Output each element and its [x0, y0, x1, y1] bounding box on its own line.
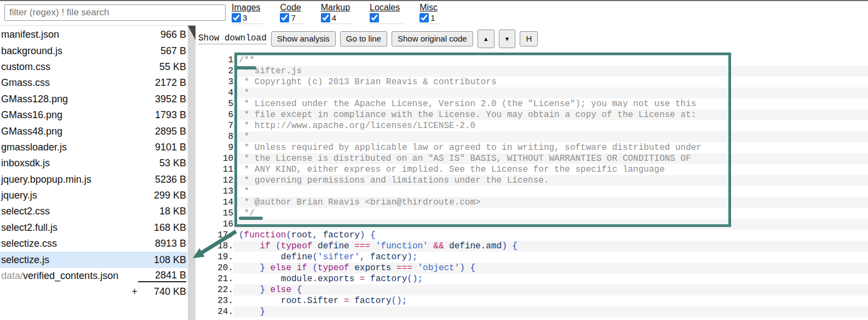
- line-content: root.Sifter = factory();: [233, 295, 868, 306]
- code-line: 12 * governing permissions and limitatio…: [196, 175, 868, 186]
- line-number: 21.: [196, 274, 233, 284]
- file-size: 966 B: [160, 29, 186, 40]
- code-line: 4 *: [196, 88, 868, 98]
- file-row[interactable]: gmassloader.js9101 B: [0, 139, 187, 155]
- scroll-up-button[interactable]: ▲: [478, 30, 495, 48]
- show-download-link[interactable]: Show download: [198, 33, 267, 44]
- source-toolbar: Show download Show analysisGo to lineSho…: [198, 30, 538, 48]
- sidebar-scrollbar[interactable]: [188, 26, 196, 320]
- line-content: * Unless required by applicable law or a…: [233, 142, 868, 153]
- line-number: 8: [196, 131, 233, 142]
- line-content: *: [233, 131, 868, 142]
- line-number: 9: [196, 142, 233, 153]
- line-content: * the License is distributed on an "AS I…: [233, 153, 868, 164]
- code-line: 15 */: [196, 208, 868, 219]
- file-row[interactable]: data/verified_contents.json2841 B: [0, 268, 187, 284]
- code-line: 19. define('sifter', factory);: [196, 252, 868, 263]
- type-filter-code: Code7: [280, 3, 304, 24]
- file-row[interactable]: selectize.js108 KB: [0, 252, 187, 267]
- code-line: 7 * http://www.apache.org/licenses/LICEN…: [196, 120, 868, 131]
- code-line: 22. } else {: [196, 284, 868, 295]
- file-name: gmassloader.js: [1, 142, 67, 153]
- type-filter-label[interactable]: Markup: [321, 3, 350, 13]
- file-sidebar: manifest.json966 Bbackground.js567 Bcust…: [0, 25, 196, 320]
- line-content: * Copyright (c) 2013 Brian Reavis & cont…: [233, 77, 868, 88]
- line-number: 4: [196, 88, 233, 98]
- line-number: 18.: [196, 241, 233, 252]
- file-name: Gmass.css: [1, 77, 50, 89]
- scroll-down-button[interactable]: ▼: [499, 30, 516, 48]
- file-row[interactable]: select2.full.js168 KB: [0, 220, 187, 236]
- line-content: * Licensed under the Apache License, Ver…: [233, 98, 868, 109]
- total-row: + 740 KB: [0, 284, 187, 300]
- file-name: background.js: [1, 45, 62, 57]
- file-row[interactable]: Gmass.css2172 B: [0, 75, 187, 91]
- code-viewer: 1/**2 * sifter.js3 * Copyright (c) 2013 …: [196, 55, 868, 317]
- file-name: GMass128.png: [1, 94, 68, 105]
- type-filter-label[interactable]: Locales: [370, 3, 400, 13]
- code-line: 9 * Unless required by applicable law or…: [196, 142, 868, 153]
- line-number: 12: [196, 175, 233, 186]
- type-filter-misc: Misc1: [419, 3, 441, 24]
- line-content: * governing permissions and limitations …: [233, 175, 868, 186]
- code-line: 17.(function(root, factory) {: [196, 230, 868, 241]
- file-row[interactable]: jquery.js299 KB: [0, 188, 187, 203]
- file-row[interactable]: GMass16.png1793 B: [0, 107, 187, 123]
- line-content: * file except in compliance with the Lic…: [233, 109, 868, 120]
- line-number: 11: [196, 164, 233, 175]
- file-size: 168 KB: [154, 222, 186, 234]
- file-row[interactable]: jquery.bpopup.min.js5236 B: [0, 172, 187, 188]
- highlight-button[interactable]: H: [520, 31, 538, 46]
- file-size: 55 KB: [159, 61, 186, 73]
- file-name: manifest.json: [1, 29, 59, 40]
- type-filter-checkbox[interactable]: [321, 13, 330, 22]
- file-row[interactable]: GMass48.png2895 B: [0, 123, 187, 139]
- line-content: * ANY KIND, either express or implied. S…: [233, 164, 868, 175]
- scrollbar-arrow-icon[interactable]: [188, 26, 196, 40]
- file-name: jquery.bpopup.min.js: [1, 174, 91, 185]
- code-line: 11 * ANY KIND, either express or implied…: [196, 164, 868, 175]
- file-size: 299 KB: [154, 190, 186, 201]
- show-analysis-button[interactable]: Show analysis: [271, 31, 336, 46]
- type-filter-checkbox[interactable]: [419, 13, 429, 22]
- go-to-line-button[interactable]: Go to line: [340, 31, 387, 46]
- file-row[interactable]: manifest.json966 B: [0, 27, 187, 43]
- line-number: 1: [196, 55, 233, 66]
- line-number: 13: [196, 186, 233, 197]
- code-line: 8 *: [196, 131, 868, 142]
- file-row[interactable]: selectize.css8913 B: [0, 236, 187, 252]
- line-content: */: [233, 208, 868, 219]
- file-row[interactable]: custom.css55 KB: [0, 59, 187, 75]
- file-size: 108 KB: [154, 254, 186, 266]
- line-number: 24.: [196, 306, 233, 317]
- file-name: select2.full.js: [1, 222, 58, 234]
- line-content: if (typeof define === 'function' && defi…: [233, 241, 868, 252]
- file-row[interactable]: select2.css18 KB: [0, 203, 187, 219]
- file-row[interactable]: inboxsdk.js53 KB: [0, 155, 187, 171]
- type-filter-label[interactable]: Misc: [419, 3, 438, 13]
- file-row[interactable]: GMass128.png3952 B: [0, 91, 187, 107]
- show-original-code-button[interactable]: Show original code: [392, 31, 473, 46]
- type-filter-markup: Markup4: [321, 3, 353, 24]
- line-number: 7: [196, 120, 233, 131]
- file-filter-input[interactable]: [4, 4, 226, 21]
- total-size: 740 KB: [154, 286, 186, 298]
- total-plus-sign: +: [131, 286, 137, 298]
- type-filter-checkbox[interactable]: [280, 13, 289, 22]
- type-filter-label[interactable]: Images: [232, 3, 260, 13]
- type-filter-checkbox[interactable]: [370, 13, 379, 22]
- code-line: 21. module.exports = factory();: [196, 274, 868, 284]
- line-content: [233, 219, 868, 230]
- code-line: 13 *: [196, 186, 868, 197]
- file-row[interactable]: background.js567 B: [0, 43, 187, 59]
- type-filter-label[interactable]: Code: [280, 3, 301, 13]
- file-size: 9101 B: [155, 142, 186, 153]
- type-filter-count: 3: [243, 14, 247, 22]
- code-line: 5 * Licensed under the Apache License, V…: [196, 98, 868, 109]
- line-content: /**: [233, 55, 868, 66]
- file-size: 2172 B: [155, 77, 186, 89]
- type-filter-checkbox[interactable]: [232, 13, 241, 22]
- line-content: *: [233, 186, 868, 197]
- file-size: 2841 B: [138, 270, 186, 282]
- line-number: 17.: [196, 230, 233, 241]
